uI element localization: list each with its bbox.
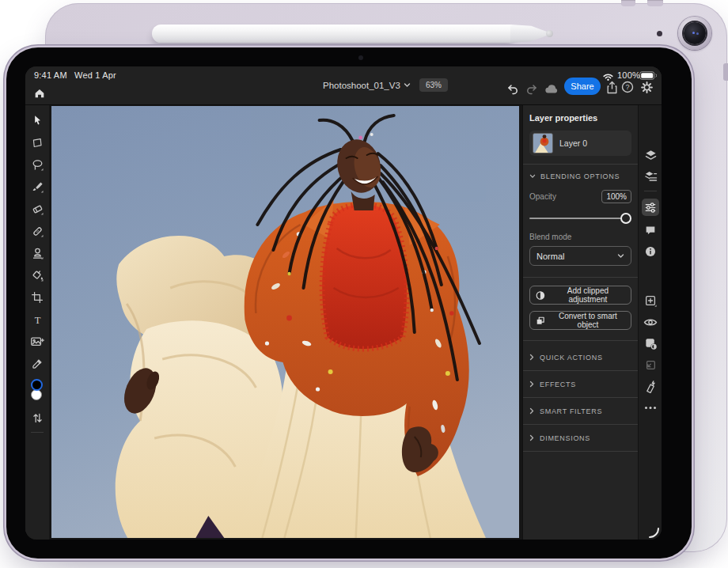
redo-icon[interactable] — [525, 81, 539, 96]
type-tool[interactable]: T — [29, 312, 45, 328]
layer-properties-panel: Layer properties Layer 0 BLENDING OPTION… — [522, 105, 638, 540]
chevron-right-icon — [529, 354, 534, 361]
swap-arrows[interactable] — [29, 410, 45, 426]
chevron-down-icon — [617, 253, 624, 259]
effects-wand-icon[interactable] — [642, 379, 659, 393]
zoom-level-badge[interactable]: 63% — [419, 78, 448, 92]
rear-ipad-volume-button — [621, 0, 635, 6]
adjustments-icon[interactable] — [642, 199, 659, 216]
status-time: 9:41 AM — [34, 70, 67, 80]
corner-arc-indicator — [649, 528, 660, 539]
add-layer-icon[interactable] — [642, 293, 659, 308]
foreground-color-chip[interactable] — [31, 379, 43, 391]
healing-brush-tool[interactable] — [29, 223, 45, 239]
rear-ipad-mic-dot — [657, 31, 662, 36]
section-quick-actions[interactable]: QUICK ACTIONS — [529, 349, 631, 365]
paint-bucket-tool[interactable] — [29, 267, 45, 283]
blending-options-header[interactable]: BLENDING OPTIONS — [529, 172, 631, 180]
transform-tool[interactable] — [29, 134, 45, 150]
layer-row[interactable]: Layer 0 — [529, 131, 631, 156]
opacity-value[interactable]: 100% — [601, 190, 631, 203]
smart-object-icon — [536, 316, 545, 326]
status-date: Wed 1 Apr — [74, 70, 116, 80]
rear-ipad-side-button — [723, 63, 728, 81]
layer-properties-icon[interactable] — [642, 169, 659, 184]
export-icon[interactable] — [605, 80, 619, 94]
more-ellipsis-icon[interactable] — [642, 400, 659, 415]
chevron-right-icon — [529, 381, 534, 388]
front-camera-icon — [358, 55, 363, 60]
undo-icon[interactable] — [505, 81, 519, 96]
section-effects[interactable]: EFFECTS — [529, 376, 631, 392]
info-icon[interactable] — [642, 244, 659, 259]
task-strip — [638, 105, 662, 540]
chevron-down-icon — [529, 174, 536, 179]
section-dimensions[interactable]: DIMENSIONS — [529, 430, 631, 446]
cloud-sync-icon[interactable] — [544, 82, 559, 95]
photoshop-app-screen: 9:41 AM Wed 1 Apr 100% Photoshoot_01_V3 … — [25, 66, 662, 540]
opacity-label: Opacity — [529, 192, 556, 201]
photo-illustration — [51, 106, 519, 538]
clipped-adjustment-icon — [536, 290, 545, 301]
chevron-right-icon — [529, 434, 534, 441]
layer-mask-icon[interactable] — [642, 336, 659, 350]
place-image-tool[interactable] — [29, 334, 45, 350]
color-swatches[interactable] — [29, 378, 45, 403]
canvas-area[interactable] — [49, 105, 522, 540]
panel-title: Layer properties — [529, 113, 631, 123]
front-ipad-device: 9:41 AM Wed 1 Apr 100% Photoshoot_01_V3 … — [6, 47, 692, 559]
rear-ipad-volume-button — [647, 0, 663, 6]
convert-smart-object-button[interactable]: Convert to smart object — [529, 311, 631, 330]
photo-layer[interactable] — [51, 106, 519, 538]
move-tool[interactable] — [29, 112, 45, 128]
eraser-tool[interactable] — [29, 201, 45, 217]
crop-tool[interactable] — [29, 290, 45, 305]
document-title[interactable]: Photoshoot_01_V3 — [323, 81, 400, 90]
tool-strip: T — [25, 105, 49, 540]
blend-mode-label: Blend mode — [529, 233, 631, 241]
comments-icon[interactable] — [642, 223, 659, 237]
opacity-slider-knob[interactable] — [620, 213, 631, 224]
brush-tool[interactable] — [29, 179, 45, 195]
layer-name: Layer 0 — [559, 138, 587, 148]
section-smart-filters[interactable]: SMART FILTERS — [529, 403, 631, 419]
opacity-slider[interactable] — [529, 213, 631, 224]
svg-text:T: T — [34, 315, 40, 326]
blend-mode-dropdown[interactable]: Normal — [529, 246, 631, 266]
background-color-chip[interactable] — [31, 389, 42, 400]
share-button[interactable]: Share — [564, 78, 601, 95]
layer-thumbnail — [533, 133, 553, 153]
layers-icon[interactable] — [642, 148, 659, 162]
chevron-right-icon — [529, 407, 534, 415]
lasso-tool[interactable] — [29, 157, 45, 172]
clone-stamp-tool[interactable] — [29, 245, 45, 261]
add-clipped-adjustment-button[interactable]: Add clipped adjustment — [529, 286, 631, 305]
clipping-mask-icon[interactable] — [642, 358, 659, 372]
eyedropper-tool[interactable] — [29, 356, 45, 372]
help-icon[interactable]: ? — [620, 80, 635, 94]
top-toolbar: 9:41 AM Wed 1 Apr 100% Photoshoot_01_V3 … — [25, 66, 662, 105]
settings-gear-icon[interactable] — [639, 79, 654, 95]
home-icon[interactable] — [32, 85, 47, 101]
rear-camera-icon — [678, 17, 711, 50]
chevron-down-icon[interactable] — [404, 82, 411, 88]
visibility-eye-icon[interactable] — [642, 315, 659, 329]
battery-percent: 100% — [617, 70, 640, 80]
svg-text:?: ? — [625, 83, 629, 91]
